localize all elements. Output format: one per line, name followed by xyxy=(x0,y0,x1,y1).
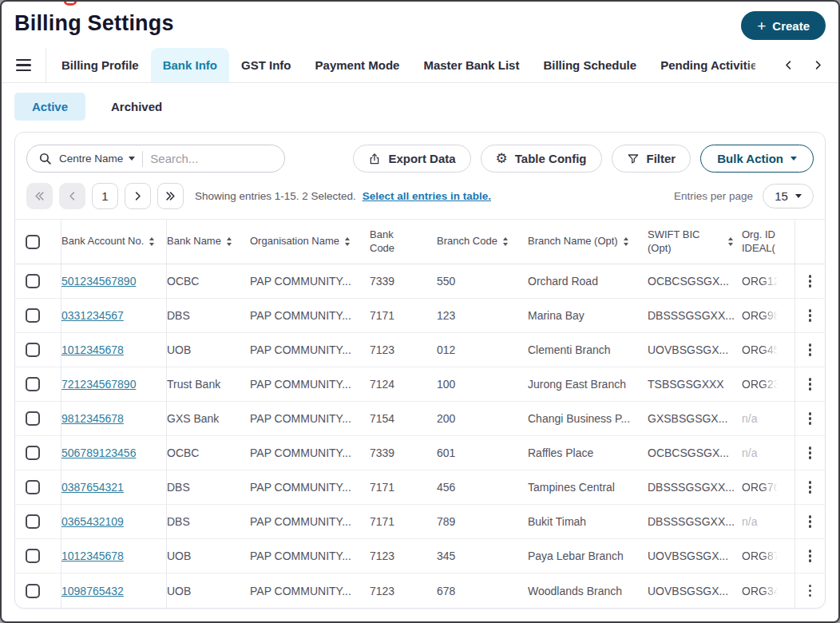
export-data-button[interactable]: Export Data xyxy=(353,145,470,173)
sort-icon[interactable] xyxy=(345,237,350,246)
sort-icon[interactable] xyxy=(227,237,232,246)
tab-billing-schedule[interactable]: Billing Schedule xyxy=(531,48,648,82)
chevron-down-icon xyxy=(129,157,135,161)
column-header-bank-account-no[interactable]: Bank Account No. xyxy=(61,220,167,264)
search-input[interactable] xyxy=(150,152,273,165)
subtab-active[interactable]: Active xyxy=(14,93,85,121)
bank-account-link[interactable]: 1098765432 xyxy=(61,585,124,597)
row-actions-menu-icon[interactable] xyxy=(806,581,815,601)
organisation-name-cell: PAP COMMUNITY... xyxy=(250,309,370,322)
bank-account-link[interactable]: 9812345678 xyxy=(61,412,124,425)
bank-account-link[interactable]: 721234567890 xyxy=(61,378,136,391)
row-checkbox[interactable] xyxy=(26,274,40,288)
bank-account-cell: 1012345678 xyxy=(61,333,167,367)
row-actions-menu-icon[interactable] xyxy=(806,546,815,565)
sort-icon[interactable] xyxy=(624,237,628,246)
sort-icon[interactable] xyxy=(149,237,154,246)
tab-billing-profile[interactable]: Billing Profile xyxy=(50,48,151,82)
row-checkbox[interactable] xyxy=(26,549,40,563)
row-checkbox[interactable] xyxy=(26,411,40,426)
sort-icon[interactable] xyxy=(728,237,733,246)
row-actions-menu-icon[interactable] xyxy=(806,272,815,291)
bank-name-cell: UOB xyxy=(167,343,250,356)
subtabs: ActiveArchived xyxy=(14,93,826,121)
tabs-container: Billing ProfileBank InfoGST InfoPayment … xyxy=(46,48,755,82)
row-checkbox[interactable] xyxy=(26,343,40,357)
swift-bic-cell: OCBCSGSGX... xyxy=(648,275,742,288)
bulk-action-button[interactable]: Bulk Action xyxy=(700,145,814,173)
tab-master-bank-list[interactable]: Master Bank List xyxy=(411,48,531,82)
table-config-button[interactable]: ⚙ Table Config xyxy=(481,145,602,173)
tab-bank-info[interactable]: Bank Info xyxy=(151,48,229,82)
row-actions-menu-icon[interactable] xyxy=(806,306,815,325)
bank-account-link[interactable]: 0387654321 xyxy=(61,481,124,494)
branch-code-cell: 789 xyxy=(437,515,528,528)
swift-bic-cell: DBSSSGSGXX... xyxy=(648,309,742,322)
current-page-button[interactable]: 1 xyxy=(92,183,118,209)
last-page-button[interactable] xyxy=(157,183,184,209)
column-header-organisation-name[interactable]: Organisation Name xyxy=(250,235,370,248)
row-actions-menu-icon[interactable] xyxy=(806,443,815,462)
bank-code-cell: 7154 xyxy=(370,412,437,425)
subtab-archived[interactable]: Archived xyxy=(93,93,180,121)
search-category-dropdown[interactable]: Centre Name xyxy=(59,153,135,165)
menu-icon[interactable] xyxy=(2,48,46,82)
row-checkbox[interactable] xyxy=(26,480,40,494)
bank-code-cell: 7339 xyxy=(370,446,437,459)
row-checkbox[interactable] xyxy=(26,584,40,598)
bank-account-link[interactable]: 0331234567 xyxy=(61,309,124,322)
previous-page-button[interactable] xyxy=(59,183,85,209)
swift-bic-cell: DBSSSGSGXX... xyxy=(648,515,742,528)
row-checkbox[interactable] xyxy=(26,308,40,323)
select-all-checkbox[interactable] xyxy=(26,235,40,249)
tabs-scroll-right-button[interactable] xyxy=(812,59,824,71)
row-checkbox[interactable] xyxy=(26,446,40,460)
swift-bic-cell: OCBCSGSGX... xyxy=(648,446,742,459)
bank-account-link[interactable]: 506789123456 xyxy=(61,446,136,459)
tab-pending-activities[interactable]: Pending Activities xyxy=(648,48,755,82)
tab-gst-info[interactable]: GST Info xyxy=(229,48,303,82)
column-header-swift-bic-opt[interactable]: SWIFT BIC (Opt) xyxy=(648,228,742,256)
pager: 1 xyxy=(26,183,184,209)
search-box[interactable]: Centre Name xyxy=(26,145,285,173)
bank-code-cell: 7123 xyxy=(370,585,437,597)
sort-icon[interactable] xyxy=(503,237,508,246)
row-checkbox[interactable] xyxy=(26,514,40,529)
row-checkbox[interactable] xyxy=(26,377,40,391)
bank-name-cell: OCBC xyxy=(167,446,250,459)
filter-button[interactable]: Filter xyxy=(612,145,691,173)
tab-payment-mode[interactable]: Payment Mode xyxy=(303,48,412,82)
row-actions-menu-icon[interactable] xyxy=(806,512,815,531)
column-header-org-id-i-ideal: Org. ID iIDEAL( ( xyxy=(742,228,794,256)
page-title: Billing Settings xyxy=(14,11,174,36)
branch-name-cell: Jurong East Branch xyxy=(528,378,648,391)
page-header: Billing Settings + Create xyxy=(2,2,838,40)
create-button[interactable]: + Create xyxy=(741,11,826,40)
select-all-entries-link[interactable]: Select all entries in table. xyxy=(363,190,491,202)
bank-account-link[interactable]: 501234567890 xyxy=(61,275,136,288)
bank-account-cell: 501234567890 xyxy=(61,264,167,298)
first-page-button[interactable] xyxy=(26,183,53,209)
bank-account-link[interactable]: 0365432109 xyxy=(61,515,124,528)
branch-code-cell: 012 xyxy=(437,343,528,356)
column-header-branch-code[interactable]: Branch Code xyxy=(437,235,528,248)
column-header-branch-name-opt[interactable]: Branch Name (Opt) xyxy=(528,235,648,248)
branch-name-cell: Bukit Timah xyxy=(528,515,648,528)
bank-account-link[interactable]: 1012345678 xyxy=(61,550,124,562)
column-header-bank-name[interactable]: Bank Name xyxy=(167,235,250,248)
table-toolbar: Centre Name Export Data ⚙ Table Config F… xyxy=(15,133,825,173)
organisation-name-cell: PAP COMMUNITY... xyxy=(250,585,370,597)
table-row: 501234567890OCBCPAP COMMUNITY...7339550O… xyxy=(15,264,825,299)
row-actions-menu-icon[interactable] xyxy=(806,375,815,394)
bank-accounts-table: Bank Account No.Bank NameOrganisation Na… xyxy=(15,219,825,608)
bank-account-link[interactable]: 1012345678 xyxy=(61,343,124,356)
bank-account-cell: 0331234567 xyxy=(61,299,167,332)
search-category-label: Centre Name xyxy=(59,153,123,165)
row-actions-menu-icon[interactable] xyxy=(806,340,815,359)
export-icon xyxy=(368,153,381,165)
entries-per-page-dropdown[interactable]: 15 xyxy=(763,184,814,208)
row-actions-menu-icon[interactable] xyxy=(806,478,815,497)
row-actions-menu-icon[interactable] xyxy=(806,409,815,428)
tabs-scroll-left-button[interactable] xyxy=(783,59,794,71)
next-page-button[interactable] xyxy=(125,183,151,209)
